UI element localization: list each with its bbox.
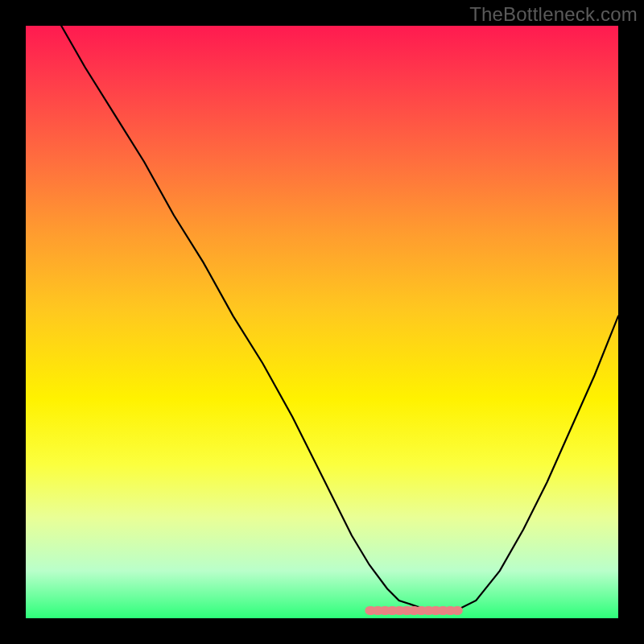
attribution-text: TheBottleneck.com [469, 3, 638, 26]
plot-inner [26, 26, 618, 618]
plot-area [26, 26, 618, 618]
bottleneck-curve [61, 26, 618, 611]
chart-container: TheBottleneck.com [0, 0, 644, 644]
curve-svg [26, 26, 618, 618]
